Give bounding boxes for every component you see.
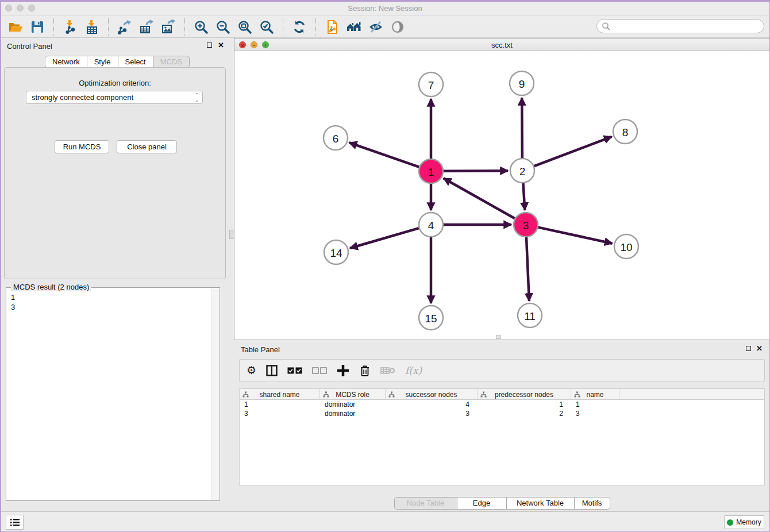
graph-edge-2-8[interactable] xyxy=(534,137,612,166)
gear-icon: ⚙ xyxy=(247,365,256,376)
toggle-column-view-button[interactable] xyxy=(266,362,278,379)
table-cell-mcds_role[interactable]: dominator xyxy=(320,409,386,418)
tab-style[interactable]: Style xyxy=(87,56,118,68)
export-table-icon xyxy=(139,20,154,34)
table-cell-name[interactable]: 3 xyxy=(571,409,619,418)
graph-edge-2-3[interactable] xyxy=(523,183,525,210)
graph-node-1[interactable]: 1 xyxy=(419,159,443,183)
zoom-fit-button[interactable] xyxy=(236,18,254,36)
apply-layout-button[interactable] xyxy=(290,18,309,36)
save-session-button[interactable] xyxy=(28,18,47,36)
table-cell-predecessor_nodes[interactable]: 1 xyxy=(478,400,571,409)
select-all-button[interactable] xyxy=(287,362,302,379)
view-resize-grip[interactable] xyxy=(496,335,501,339)
graph-edge-1-6[interactable] xyxy=(349,142,419,167)
graph-node-10[interactable]: 10 xyxy=(614,234,638,259)
close-panel-icon[interactable]: ✕ xyxy=(218,43,224,48)
column-header[interactable]: shared name xyxy=(240,389,320,400)
tab-motifs[interactable]: Motifs xyxy=(575,497,610,510)
toolbar-separator xyxy=(53,18,54,36)
graph-edge-2-9[interactable] xyxy=(522,98,522,158)
open-session-button[interactable] xyxy=(6,18,25,36)
graph-edge-3-10[interactable] xyxy=(538,228,612,244)
tab-select[interactable]: Select xyxy=(118,56,153,68)
column-header[interactable]: MCDS role xyxy=(320,389,386,400)
zoom-fit-icon xyxy=(237,20,252,34)
tab-network[interactable]: Network xyxy=(45,56,87,68)
search-field[interactable] xyxy=(596,19,764,33)
network-canvas[interactable]: 7968124314101511 xyxy=(234,51,769,340)
toggle-birds-eye-button[interactable] xyxy=(388,18,407,36)
graph-node-9[interactable]: 9 xyxy=(510,71,534,95)
table-cell-successor_nodes[interactable]: 4 xyxy=(386,400,478,409)
delete-table-button[interactable] xyxy=(380,362,395,379)
graph-node-14[interactable]: 14 xyxy=(324,240,348,264)
table-cell-predecessor_nodes[interactable]: 2 xyxy=(478,409,571,418)
node-label: 14 xyxy=(330,247,342,259)
graph-node-6[interactable]: 6 xyxy=(324,126,348,150)
float-panel-icon[interactable] xyxy=(746,346,751,351)
export-network-button[interactable] xyxy=(116,18,134,36)
tab-network-table[interactable]: Network Table xyxy=(507,497,575,510)
tab-node-table[interactable]: Node Table xyxy=(394,497,457,510)
delete-column-button[interactable] xyxy=(359,362,371,379)
graph-node-3[interactable]: 3 xyxy=(514,213,538,237)
tab-mcds[interactable]: MCDS xyxy=(153,56,190,68)
mcds-result-title: MCDS result (2 nodes) xyxy=(11,283,91,291)
table-cell-shared_name[interactable]: 3 xyxy=(240,409,320,418)
column-header[interactable]: name xyxy=(571,389,619,400)
network-window-titlebar[interactable]: x − + scc.txt xyxy=(234,38,769,51)
run-mcds-button[interactable]: Run MCDS xyxy=(55,140,109,153)
table-row[interactable]: 1dominator411 xyxy=(240,400,764,409)
graph-edge-3-1[interactable] xyxy=(444,178,515,218)
table-row[interactable]: 3dominator323 xyxy=(240,409,764,418)
save-floppy-icon xyxy=(30,20,45,34)
import-table-button[interactable] xyxy=(83,18,101,36)
close-panel-button[interactable]: Close panel xyxy=(117,140,177,153)
tab-edge-table[interactable]: Edge Table xyxy=(457,497,507,510)
table-cell-shared_name[interactable]: 1 xyxy=(240,400,320,409)
search-input[interactable] xyxy=(611,22,754,30)
table-cell-name[interactable]: 1 xyxy=(571,400,619,409)
fx-icon: f(x) xyxy=(405,365,422,376)
column-header[interactable]: predecessor nodes xyxy=(478,389,571,400)
vertical-splitter[interactable] xyxy=(230,38,234,511)
table-settings-button[interactable]: ⚙ xyxy=(247,362,256,379)
task-history-button[interactable] xyxy=(6,515,24,530)
export-image-button[interactable] xyxy=(159,18,178,36)
zoom-in-button[interactable] xyxy=(192,18,210,36)
column-header[interactable]: successor nodes xyxy=(386,389,478,400)
optimization-criterion-dropdown[interactable]: strongly connected component ⌃⌄ xyxy=(26,91,203,104)
graph-node-15[interactable]: 15 xyxy=(419,306,443,330)
toggle-graphics-details-button[interactable] xyxy=(367,18,385,36)
result-line: 3 xyxy=(11,302,15,312)
zoom-selected-button[interactable] xyxy=(257,18,276,36)
graph-edge-3-11[interactable] xyxy=(526,237,529,301)
table-tabs: Node Table Edge Table Network Table Moti… xyxy=(234,497,770,510)
delete-table-icon xyxy=(380,366,395,375)
graph-edge-1-2[interactable] xyxy=(444,171,508,171)
zoom-out-button[interactable] xyxy=(214,18,232,36)
eye-slash-icon xyxy=(368,20,383,34)
table-cell-successor_nodes[interactable]: 3 xyxy=(386,409,478,418)
float-panel-icon[interactable] xyxy=(207,43,212,48)
graph-node-8[interactable]: 8 xyxy=(613,119,637,144)
close-panel-icon[interactable]: ✕ xyxy=(756,346,763,352)
export-table-button[interactable] xyxy=(137,18,156,36)
add-column-button[interactable] xyxy=(337,362,349,379)
deselect-all-button[interactable] xyxy=(312,362,327,379)
memory-button[interactable]: Memory xyxy=(724,515,764,529)
result-scrollbar[interactable] xyxy=(211,288,219,500)
import-network-button[interactable] xyxy=(61,18,79,36)
table-panel: Table Panel ✕ ⚙ xyxy=(234,342,770,511)
table-cell-mcds_role[interactable]: dominator xyxy=(320,400,386,409)
function-builder-button[interactable]: f(x) xyxy=(405,362,422,379)
home-button[interactable] xyxy=(345,18,363,36)
graph-node-7[interactable]: 7 xyxy=(419,72,443,97)
graph-edge-4-14[interactable] xyxy=(350,228,419,248)
graph-node-2[interactable]: 2 xyxy=(510,159,534,183)
clone-network-button[interactable] xyxy=(323,18,341,36)
graph-node-4[interactable]: 4 xyxy=(419,213,443,237)
graph-node-11[interactable]: 11 xyxy=(518,303,542,327)
refresh-icon xyxy=(292,20,307,34)
